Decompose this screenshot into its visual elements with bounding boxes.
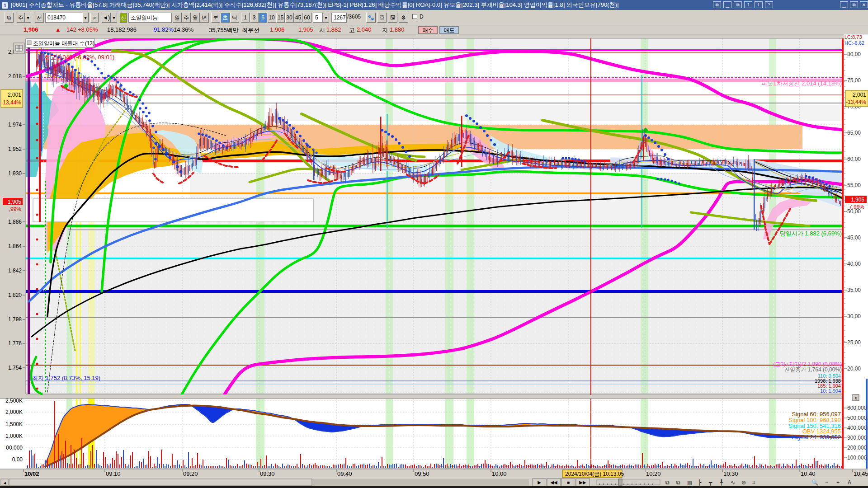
svg-text:30,00: 30,00 bbox=[847, 313, 861, 319]
svg-text:10:40: 10:40 bbox=[801, 470, 816, 477]
svg-text:∿: ∿ bbox=[731, 479, 735, 486]
svg-text:2,001: 2,001 bbox=[853, 92, 866, 98]
svg-text:1,930: 1,930 bbox=[8, 170, 22, 177]
svg-text:조일알미늄 매물대 수(13): 조일알미늄 매물대 수(13) bbox=[33, 40, 94, 47]
svg-text:300,000: 300,000 bbox=[847, 435, 867, 441]
svg-text:10: 1,904: 10: 1,904 bbox=[820, 388, 841, 394]
svg-text:■: ■ bbox=[567, 480, 570, 485]
svg-text:1,000K: 1,000K bbox=[5, 433, 23, 439]
svg-text:┯: ┯ bbox=[708, 479, 712, 486]
svg-text:20,00: 20,00 bbox=[847, 366, 861, 372]
svg-text:Signal 24: 939,852: Signal 24: 939,852 bbox=[792, 434, 841, 441]
svg-text:500,000: 500,000 bbox=[847, 415, 867, 421]
svg-text:400,000: 400,000 bbox=[847, 425, 867, 431]
svg-text:⧉: ⧉ bbox=[665, 479, 670, 486]
svg-text:2,018: 2,018 bbox=[8, 73, 22, 80]
svg-text:7,99%: 7,99% bbox=[849, 204, 864, 210]
svg-text:⌗: ⌗ bbox=[752, 479, 755, 486]
svg-text:100,000: 100,000 bbox=[847, 455, 867, 461]
svg-text:09:40: 09:40 bbox=[337, 470, 352, 477]
svg-text:600,000: 600,000 bbox=[847, 405, 867, 411]
svg-text:A: A bbox=[848, 479, 851, 486]
svg-text:60,00: 60,00 bbox=[847, 156, 861, 162]
svg-text:🔍: 🔍 bbox=[811, 479, 818, 486]
svg-text:LC:8,73: LC:8,73 bbox=[844, 34, 862, 40]
svg-text:⧉: ⧉ bbox=[676, 479, 680, 486]
svg-text:10:45:5: 10:45:5 bbox=[854, 470, 868, 477]
svg-text:피봇1차저항선 2,014 (14,19%): 피봇1차저항선 2,014 (14,19%) bbox=[761, 80, 842, 87]
svg-text:10:00: 10:00 bbox=[492, 470, 507, 477]
svg-text:┝: ┝ bbox=[698, 479, 702, 486]
svg-text:45,00: 45,00 bbox=[847, 235, 861, 241]
svg-text:1,500K: 1,500K bbox=[5, 421, 23, 427]
svg-text:최고 2,040 (-6,62%, 09:01): 최고 2,040 (-6,62%, 09:01) bbox=[44, 54, 114, 61]
svg-text:╀: ╀ bbox=[720, 479, 723, 486]
svg-text:당일시가 1,882 (6,69%): 당일시가 1,882 (6,69%) bbox=[780, 230, 842, 237]
svg-text:1,905: 1,905 bbox=[8, 199, 21, 205]
svg-text:09:50: 09:50 bbox=[415, 470, 429, 477]
svg-text:25,00: 25,00 bbox=[847, 339, 861, 346]
svg-text:1,864: 1,864 bbox=[8, 243, 22, 249]
svg-text:,99%: ,99% bbox=[9, 206, 22, 212]
svg-text:55,00: 55,00 bbox=[847, 182, 861, 188]
svg-text:2024/10/04(금) 10:13:05: 2024/10/04(금) 10:13:05 bbox=[565, 471, 624, 477]
svg-text:−: − bbox=[825, 479, 828, 486]
svg-text:-13,44%: -13,44% bbox=[846, 99, 866, 105]
svg-text:10/02: 10/02 bbox=[24, 470, 39, 477]
svg-text:1,952: 1,952 bbox=[8, 146, 22, 152]
svg-text:09:10: 09:10 bbox=[106, 470, 121, 477]
svg-text:1,798: 1,798 bbox=[8, 316, 22, 323]
svg-text:2,001: 2,001 bbox=[8, 92, 21, 98]
svg-text:09:30: 09:30 bbox=[260, 470, 275, 477]
svg-text:80,00: 80,00 bbox=[847, 51, 861, 57]
svg-text:+: + bbox=[836, 479, 840, 486]
svg-text:65,00: 65,00 bbox=[847, 130, 861, 136]
svg-text:◀◀: ◀◀ bbox=[550, 480, 557, 485]
svg-text:35,00: 35,00 bbox=[847, 287, 861, 293]
svg-text:x: x bbox=[855, 395, 857, 400]
svg-text:1,974: 1,974 bbox=[8, 122, 22, 128]
svg-text:1,842: 1,842 bbox=[8, 267, 22, 274]
svg-text:10:30: 10:30 bbox=[723, 470, 738, 477]
svg-text:10:20: 10:20 bbox=[646, 470, 661, 477]
svg-text:40,00: 40,00 bbox=[847, 261, 861, 267]
svg-text:09:20: 09:20 bbox=[183, 470, 198, 477]
svg-text:◄: ◄ bbox=[3, 481, 7, 485]
svg-text:0,00: 0,00 bbox=[12, 456, 23, 463]
svg-text:▶▶: ▶▶ bbox=[579, 480, 586, 485]
svg-text:최저 1,752 (8,73%, 15:19): 최저 1,752 (8,73%, 15:19) bbox=[32, 375, 100, 381]
svg-text:▶: ▶ bbox=[538, 480, 541, 485]
svg-text:13,44%: 13,44% bbox=[3, 99, 21, 106]
svg-text:전일종가 1,764 (0,00%): 전일종가 1,764 (0,00%) bbox=[784, 366, 842, 373]
svg-text:2,500K: 2,500K bbox=[5, 398, 23, 404]
svg-text:▨: ▨ bbox=[687, 479, 692, 486]
svg-text:1,886: 1,886 bbox=[8, 219, 22, 225]
svg-text:1,754: 1,754 bbox=[8, 365, 22, 371]
svg-text:⊕: ⊕ bbox=[741, 479, 746, 486]
svg-text:200,000: 200,000 bbox=[847, 445, 867, 451]
svg-text:HC:-6,62: HC:-6,62 bbox=[844, 40, 864, 46]
svg-text:1,905: 1,905 bbox=[851, 197, 864, 203]
svg-text:2,000K: 2,000K bbox=[5, 409, 23, 415]
svg-text:1,820: 1,820 bbox=[8, 292, 22, 298]
svg-text:1,776: 1,776 bbox=[8, 340, 22, 347]
svg-text:75,00: 75,00 bbox=[847, 77, 861, 84]
svg-text:00,000: 00,000 bbox=[6, 445, 23, 451]
